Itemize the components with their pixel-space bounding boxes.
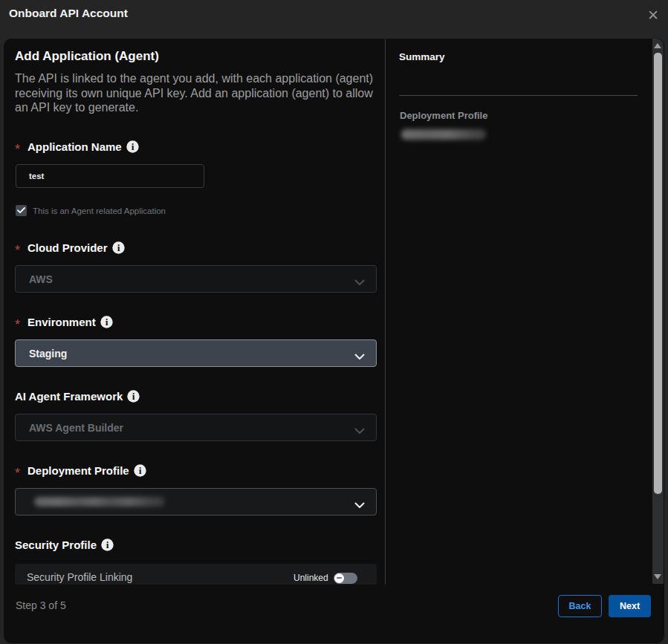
svg-text:i: i (106, 539, 109, 550)
svg-text:i: i (132, 391, 135, 402)
svg-text:i: i (106, 316, 108, 328)
svg-text:i: i (139, 465, 142, 476)
svg-text:i: i (132, 141, 134, 152)
svg-text:i: i (117, 242, 120, 253)
